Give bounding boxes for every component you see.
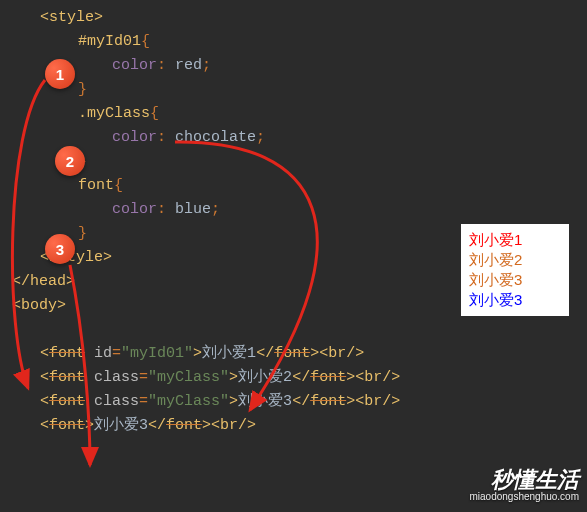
preview-line-4: 刘小爱3 (469, 290, 561, 310)
css-value-chocolate: chocolate (175, 129, 256, 146)
css-value-blue: blue (175, 201, 211, 218)
selector-class: .myClass (78, 105, 150, 122)
preview-line-3: 刘小爱3 (469, 270, 561, 290)
render-preview: 刘小爱1 刘小爱2 刘小爱3 刘小爱3 (461, 224, 569, 316)
preview-line-1: 刘小爱1 (469, 230, 561, 250)
watermark-title: 秒懂生活 (469, 469, 579, 491)
html-line-4: <font>刘小爱3</font><br/> (12, 414, 587, 438)
html-line-1: <font id="myId01">刘小爱1</font><br/> (12, 342, 587, 366)
watermark: 秒懂生活 miaodongshenghuo.com (469, 469, 579, 502)
badge-3: 3 (45, 234, 75, 264)
body-open: body (21, 297, 57, 314)
preview-line-2: 刘小爱2 (469, 250, 561, 270)
badge-1: 1 (45, 59, 75, 89)
html-line-2: <font class="myClass">刘小爱2</font><br/> (12, 366, 587, 390)
head-close: head (30, 273, 66, 290)
html-line-3: <font class="myClass">刘小爱3</font><br/> (12, 390, 587, 414)
watermark-url: miaodongshenghuo.com (469, 491, 579, 502)
selector-id: #myId01 (78, 33, 141, 50)
selector-tag: font (78, 177, 114, 194)
code-editor: <style> #myId01{ color: red; } .myClass{… (0, 0, 587, 438)
css-prop: color (112, 57, 157, 74)
style-open-tag: style (49, 9, 94, 26)
css-value-red: red (175, 57, 202, 74)
badge-2: 2 (55, 146, 85, 176)
